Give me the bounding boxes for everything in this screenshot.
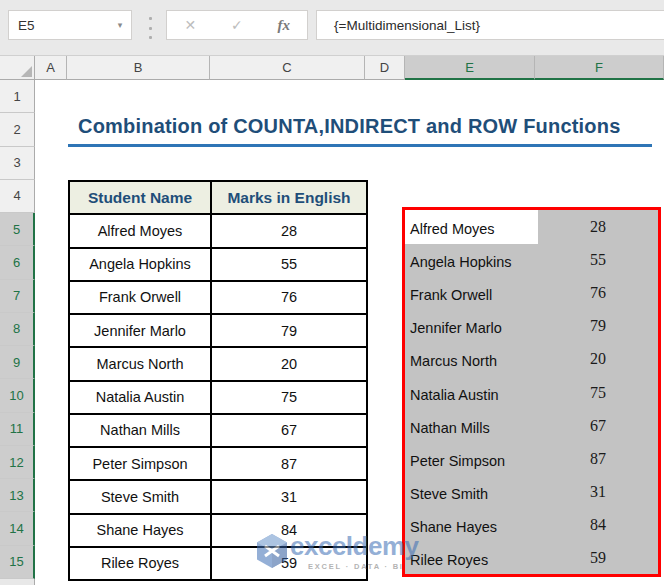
row-header-1[interactable]: 1 — [0, 80, 35, 113]
cell-student-name[interactable]: Angela Hopkins — [69, 248, 211, 281]
row-header-7[interactable]: 7 — [0, 280, 35, 313]
result-marks[interactable]: 55 — [538, 243, 658, 276]
list-item: Angela Hopkins55 — [405, 243, 658, 276]
cell-student-name[interactable]: Natalia Austin — [69, 381, 211, 414]
result-marks[interactable]: 31 — [538, 475, 658, 508]
insert-function-icon[interactable]: fx — [269, 17, 299, 34]
list-item: Frank Orwell76 — [405, 276, 658, 309]
table-header-row: Student Name Marks in English — [69, 181, 367, 214]
row-header-5[interactable]: 5 — [0, 213, 35, 246]
student-marks-table: Student Name Marks in English Alfred Moy… — [68, 180, 368, 581]
table-row: Nathan Mills67 — [69, 414, 367, 447]
cancel-icon[interactable]: ✕ — [175, 17, 205, 33]
list-item: Natalia Austin75 — [405, 375, 658, 408]
cell-marks[interactable]: 75 — [211, 381, 367, 414]
table-row: Steve Smith31 — [69, 480, 367, 513]
column-header-a[interactable]: A — [35, 56, 67, 80]
result-name[interactable]: Rilee Royes — [405, 541, 538, 574]
cell-marks[interactable]: 59 — [211, 547, 367, 580]
column-header-f[interactable]: F — [535, 56, 664, 80]
cell-student-name[interactable]: Peter Simpson — [69, 447, 211, 480]
select-all-triangle-icon — [21, 66, 32, 77]
column-header-d[interactable]: D — [365, 56, 405, 80]
excel-window: E5 ▾ ✕ ✓ fx {=Multidimensional_List} A B… — [0, 0, 664, 585]
row-header-14[interactable]: 14 — [0, 512, 35, 545]
selected-array-range[interactable]: Alfred Moyes28 Angela Hopkins55 Frank Or… — [402, 207, 661, 577]
table-row: Shane Hayes84 — [69, 514, 367, 547]
col-header-student-name[interactable]: Student Name — [69, 181, 211, 214]
result-name[interactable]: Marcus North — [405, 342, 538, 375]
row-header-10[interactable]: 10 — [0, 379, 35, 412]
formula-toolbar: E5 ▾ ✕ ✓ fx {=Multidimensional_List} — [0, 0, 664, 56]
formula-actions: ✕ ✓ fx — [166, 10, 308, 40]
cell-student-name[interactable]: Shane Hayes — [69, 514, 211, 547]
list-item: Peter Simpson87 — [405, 442, 658, 475]
formula-bar[interactable]: {=Multidimensional_List} — [316, 10, 664, 40]
cell-marks[interactable]: 84 — [211, 514, 367, 547]
result-name[interactable]: Alfred Moyes — [405, 210, 538, 243]
result-marks[interactable]: 20 — [538, 342, 658, 375]
list-item: Nathan Mills67 — [405, 409, 658, 442]
page-title: Combination of COUNTA,INDIRECT and ROW F… — [78, 115, 656, 138]
result-name[interactable]: Peter Simpson — [405, 442, 538, 475]
enter-icon[interactable]: ✓ — [222, 17, 252, 33]
cell-marks[interactable]: 87 — [211, 447, 367, 480]
row-header-15[interactable]: 15 — [0, 546, 35, 579]
column-header-b[interactable]: B — [67, 56, 210, 80]
result-marks[interactable]: 59 — [538, 541, 658, 574]
row-header-4[interactable]: 4 — [0, 180, 35, 213]
row-header-12[interactable]: 12 — [0, 446, 35, 479]
cell-reference[interactable]: E5 — [9, 18, 109, 33]
list-item: Rilee Royes59 — [405, 541, 658, 574]
result-marks[interactable]: 75 — [538, 375, 658, 408]
row-header-9[interactable]: 9 — [0, 346, 35, 379]
cell-student-name[interactable]: Frank Orwell — [69, 281, 211, 314]
row-header-2[interactable]: 2 — [0, 113, 35, 146]
result-marks[interactable]: 79 — [538, 309, 658, 342]
cell-marks[interactable]: 55 — [211, 248, 367, 281]
formula-text[interactable]: {=Multidimensional_List} — [317, 18, 480, 33]
table-row: Jennifer Marlo79 — [69, 314, 367, 347]
cell-student-name[interactable]: Marcus North — [69, 347, 211, 380]
cell-marks[interactable]: 31 — [211, 480, 367, 513]
row-header-13[interactable]: 13 — [0, 479, 35, 512]
col-header-marks-in-english[interactable]: Marks in English — [211, 181, 367, 214]
result-name[interactable]: Shane Hayes — [405, 508, 538, 541]
table-row: Marcus North20 — [69, 347, 367, 380]
cell-student-name[interactable]: Alfred Moyes — [69, 214, 211, 247]
result-marks[interactable]: 84 — [538, 508, 658, 541]
row-header-3[interactable]: 3 — [0, 147, 35, 180]
result-marks[interactable]: 28 — [538, 210, 658, 243]
result-marks[interactable]: 76 — [538, 276, 658, 309]
cell-marks[interactable]: 20 — [211, 347, 367, 380]
result-marks[interactable]: 87 — [538, 442, 658, 475]
row-header-8[interactable]: 8 — [0, 313, 35, 346]
cell-student-name[interactable]: Rilee Royes — [69, 547, 211, 580]
result-name[interactable]: Frank Orwell — [405, 276, 538, 309]
result-name[interactable]: Steve Smith — [405, 475, 538, 508]
cell-marks[interactable]: 67 — [211, 414, 367, 447]
result-name[interactable]: Nathan Mills — [405, 409, 538, 442]
result-name[interactable]: Natalia Austin — [405, 375, 538, 408]
column-header-c[interactable]: C — [210, 56, 365, 80]
column-header-e[interactable]: E — [405, 56, 535, 80]
result-name[interactable]: Jennifer Marlo — [405, 309, 538, 342]
title-underline — [68, 144, 652, 147]
list-item: Marcus North20 — [405, 342, 658, 375]
list-item: Shane Hayes84 — [405, 508, 658, 541]
name-box[interactable]: E5 ▾ — [8, 10, 132, 40]
cell-student-name[interactable]: Jennifer Marlo — [69, 314, 211, 347]
table-row: Peter Simpson87 — [69, 447, 367, 480]
result-name[interactable]: Angela Hopkins — [405, 243, 538, 276]
cell-marks[interactable]: 76 — [211, 281, 367, 314]
select-all-button[interactable] — [0, 56, 35, 80]
table-row: Rilee Royes59 — [69, 547, 367, 580]
result-marks[interactable]: 67 — [538, 409, 658, 442]
name-box-dropdown-icon[interactable]: ▾ — [109, 20, 131, 30]
cell-student-name[interactable]: Nathan Mills — [69, 414, 211, 447]
cell-marks[interactable]: 28 — [211, 214, 367, 247]
cell-marks[interactable]: 79 — [211, 314, 367, 347]
row-header-11[interactable]: 11 — [0, 413, 35, 446]
cell-student-name[interactable]: Steve Smith — [69, 480, 211, 513]
row-header-6[interactable]: 6 — [0, 246, 35, 279]
